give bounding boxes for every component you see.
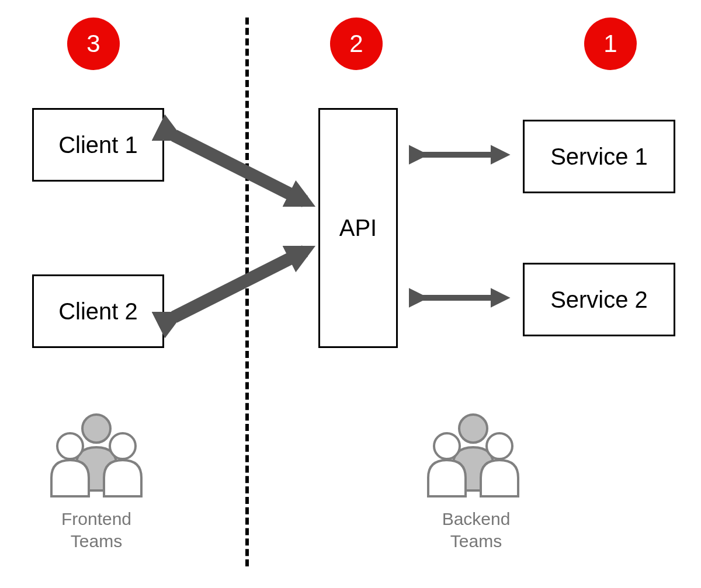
service-2-label: Service 2 <box>550 287 648 313</box>
client-2-box: Client 2 <box>32 274 164 348</box>
step-badge-2: 2 <box>330 18 383 70</box>
service-2-box: Service 2 <box>523 263 675 336</box>
arrow-client1-api <box>174 135 305 201</box>
arrow-client2-api <box>174 251 305 317</box>
svg-point-0 <box>82 415 110 443</box>
api-label: API <box>339 215 377 241</box>
step-badge-1-number: 1 <box>603 30 617 57</box>
backend-team-icon <box>424 409 523 502</box>
svg-point-2 <box>110 433 136 459</box>
svg-point-3 <box>459 415 487 443</box>
step-badge-2-number: 2 <box>349 30 363 57</box>
client-1-label: Client 1 <box>58 132 138 158</box>
step-badge-3: 3 <box>67 18 120 70</box>
step-badge-3-number: 3 <box>86 30 100 57</box>
boundary-divider <box>245 18 249 566</box>
service-1-label: Service 1 <box>550 144 648 170</box>
frontend-team-label: Frontend Teams <box>55 508 137 552</box>
diagram-canvas: 3 2 1 Client 1 Client 2 API Service 1 Se… <box>0 0 701 588</box>
service-1-box: Service 1 <box>523 120 675 193</box>
svg-point-5 <box>487 433 512 459</box>
client-2-label: Client 2 <box>58 298 138 325</box>
api-box: API <box>318 108 398 348</box>
svg-point-1 <box>57 433 83 459</box>
frontend-team-icon <box>47 409 146 502</box>
svg-point-4 <box>434 433 460 459</box>
backend-team-label: Backend Teams <box>435 508 517 552</box>
client-1-box: Client 1 <box>32 108 164 182</box>
step-badge-1: 1 <box>584 18 637 70</box>
